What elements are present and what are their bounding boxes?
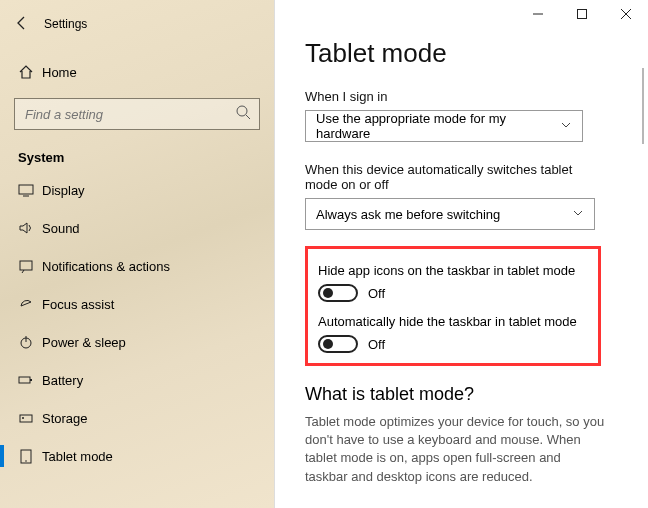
display-icon — [18, 182, 42, 198]
what-heading: What is tablet mode? — [305, 384, 638, 405]
close-button[interactable] — [604, 0, 648, 28]
switch-select[interactable]: Always ask me before switching — [305, 198, 595, 230]
content-area: Tablet mode When I sign in Use the appro… — [305, 38, 638, 508]
minimize-button[interactable] — [516, 0, 560, 28]
storage-icon — [18, 410, 42, 426]
sound-icon — [18, 220, 42, 236]
highlighted-settings: Hide app icons on the taskbar in tablet … — [305, 246, 601, 366]
maximize-button[interactable] — [560, 0, 604, 28]
signin-select[interactable]: Use the appropriate mode for my hardware — [305, 110, 583, 142]
sidebar-item-tablet[interactable]: Tablet mode — [0, 437, 274, 475]
svg-rect-13 — [30, 379, 32, 381]
svg-line-5 — [246, 115, 250, 119]
svg-rect-6 — [19, 185, 33, 194]
svg-rect-8 — [20, 261, 32, 270]
svg-rect-1 — [578, 10, 587, 19]
chevron-down-icon — [560, 119, 572, 134]
battery-icon — [18, 372, 42, 388]
switch-label: When this device automatically switches … — [305, 162, 605, 192]
what-description: Tablet mode optimizes your device for to… — [305, 413, 605, 486]
search-input[interactable] — [14, 98, 260, 130]
home-icon — [18, 64, 42, 80]
svg-point-4 — [237, 106, 247, 116]
power-icon — [18, 334, 42, 350]
category-label: System — [18, 150, 274, 165]
notifications-icon — [18, 258, 42, 274]
svg-rect-14 — [20, 415, 32, 422]
chevron-down-icon — [572, 207, 584, 222]
hide-icons-toggle[interactable] — [318, 284, 358, 302]
sidebar-item-storage[interactable]: Storage — [0, 399, 274, 437]
sidebar-item-focus[interactable]: Focus assist — [0, 285, 274, 323]
page-title: Tablet mode — [305, 38, 638, 69]
tablet-icon — [18, 448, 42, 464]
sidebar-item-display[interactable]: Display — [0, 171, 274, 209]
sidebar-item-notifications[interactable]: Notifications & actions — [0, 247, 274, 285]
signin-label: When I sign in — [305, 89, 638, 104]
sidebar: Settings Home System Display Sound Notif… — [0, 0, 275, 508]
hide-icons-state: Off — [368, 286, 385, 301]
scrollbar[interactable] — [642, 68, 644, 144]
sidebar-item-battery[interactable]: Battery — [0, 361, 274, 399]
svg-point-17 — [25, 460, 27, 462]
hide-icons-label: Hide app icons on the taskbar in tablet … — [318, 263, 588, 278]
back-button[interactable] — [14, 15, 44, 34]
search-icon — [236, 105, 252, 125]
sidebar-home[interactable]: Home — [0, 54, 274, 90]
sidebar-item-sound[interactable]: Sound — [0, 209, 274, 247]
hide-taskbar-label: Automatically hide the taskbar in tablet… — [318, 314, 588, 329]
window-title: Settings — [44, 17, 87, 31]
home-label: Home — [42, 65, 77, 80]
svg-point-15 — [22, 417, 24, 419]
focus-icon — [18, 296, 42, 312]
sidebar-item-power[interactable]: Power & sleep — [0, 323, 274, 361]
hide-taskbar-state: Off — [368, 337, 385, 352]
hide-taskbar-toggle[interactable] — [318, 335, 358, 353]
svg-rect-12 — [19, 377, 30, 383]
